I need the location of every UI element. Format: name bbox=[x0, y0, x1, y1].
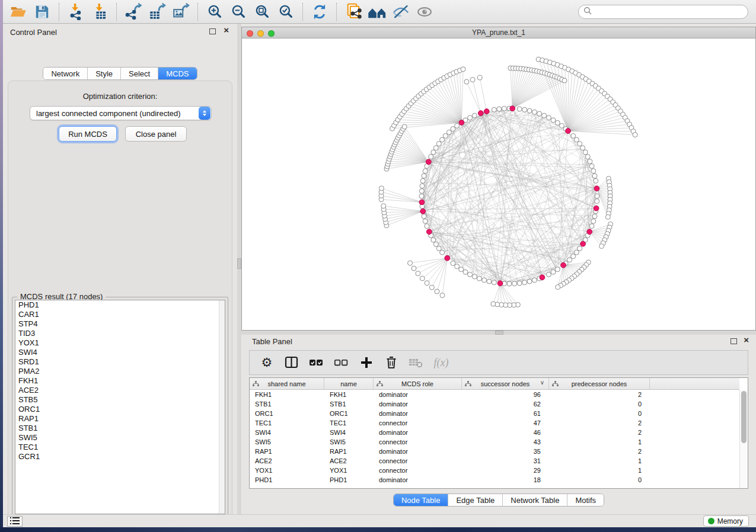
result-node-item[interactable]: SWI4 bbox=[15, 348, 225, 357]
run-mcds-button[interactable]: Run MCDS bbox=[59, 126, 117, 142]
search-network-icon[interactable] bbox=[367, 2, 387, 21]
result-node-item[interactable]: ORC1 bbox=[15, 405, 225, 414]
column-header-shared-name[interactable]: shared name bbox=[250, 378, 324, 390]
tab-mcds[interactable]: MCDS bbox=[158, 68, 196, 79]
tab-edge-table[interactable]: Edge Table bbox=[448, 494, 503, 506]
tab-style[interactable]: Style bbox=[88, 68, 121, 79]
result-node-item[interactable]: PHD1 bbox=[15, 300, 225, 310]
control-panel-title: Control Panel bbox=[10, 28, 57, 37]
result-node-item[interactable]: YOX1 bbox=[15, 338, 225, 348]
close-traffic-light[interactable] bbox=[247, 30, 253, 37]
export-image-icon[interactable] bbox=[171, 2, 191, 21]
memory-button[interactable]: Memory bbox=[703, 515, 749, 527]
zoom-out-icon[interactable] bbox=[228, 2, 248, 21]
tab-network-table[interactable]: Network Table bbox=[503, 494, 567, 506]
vertical-splitter[interactable] bbox=[237, 24, 241, 514]
hide-details-icon[interactable] bbox=[391, 2, 411, 21]
export-network-icon[interactable] bbox=[123, 2, 143, 21]
splitter-grip[interactable] bbox=[495, 331, 503, 335]
network-window-titlebar[interactable]: YPA_prune.txt_1 bbox=[242, 27, 755, 39]
result-node-item[interactable]: FKH1 bbox=[15, 376, 225, 386]
cell-role: connector bbox=[374, 456, 462, 466]
table-scrollbar[interactable] bbox=[739, 390, 748, 488]
table-row[interactable]: PHD1PHD1dominator180 bbox=[250, 475, 739, 485]
network-graph[interactable] bbox=[242, 39, 755, 330]
column-header-MCDS-role[interactable]: MCDS role bbox=[374, 378, 462, 390]
result-node-item[interactable]: STP4 bbox=[15, 319, 225, 329]
search-field[interactable] bbox=[578, 5, 748, 19]
table-row[interactable]: TEC1TEC1connector472 bbox=[250, 418, 739, 428]
float-window-icon[interactable] bbox=[209, 28, 216, 34]
result-node-item[interactable]: ACE2 bbox=[15, 386, 225, 395]
result-node-item[interactable]: STB1 bbox=[15, 424, 225, 433]
delete-column-icon[interactable] bbox=[381, 352, 401, 373]
minimize-traffic-light[interactable] bbox=[257, 30, 264, 37]
result-node-item[interactable]: PMA2 bbox=[15, 367, 225, 376]
table-row[interactable]: ORC1ORC1dominator610 bbox=[250, 409, 739, 418]
column-header-name[interactable]: name bbox=[324, 378, 374, 390]
splitter-grip[interactable] bbox=[237, 258, 241, 269]
table-row[interactable]: YOX1YOX1connector291 bbox=[250, 466, 739, 475]
cell-name: STB1 bbox=[324, 399, 374, 409]
close-icon[interactable]: × bbox=[224, 25, 229, 36]
zoom-selected-icon[interactable] bbox=[276, 2, 296, 21]
table-row[interactable]: FKH1FKH1dominator962 bbox=[250, 390, 739, 399]
close-icon[interactable]: × bbox=[744, 335, 749, 345]
result-node-item[interactable]: SWI5 bbox=[15, 433, 225, 443]
column-label: successor nodes bbox=[481, 380, 530, 387]
optimization-criterion-label: Optimization criterion: bbox=[8, 92, 232, 101]
result-node-item[interactable]: RAP1 bbox=[15, 414, 225, 424]
table-row[interactable]: SWI5SWI5connector431 bbox=[250, 437, 739, 447]
close-panel-button[interactable]: Close panel bbox=[125, 126, 187, 142]
result-list-scrollbar[interactable] bbox=[219, 300, 225, 514]
mcds-result-list[interactable]: PHD1CAR1STP4TID3YOX1SWI4SRD1PMA2FKH1ACE2… bbox=[15, 300, 225, 514]
clear-table-icon[interactable] bbox=[406, 352, 426, 373]
task-history-button[interactable] bbox=[7, 516, 23, 527]
tab-select[interactable]: Select bbox=[121, 68, 158, 79]
optimization-criterion-select[interactable]: largest connected component (undirected) bbox=[30, 106, 212, 120]
result-node-item[interactable]: SRD1 bbox=[15, 357, 225, 367]
network-from-file-icon[interactable] bbox=[343, 2, 363, 21]
show-details-icon[interactable] bbox=[414, 2, 435, 21]
column-label: shared name bbox=[267, 380, 305, 387]
settings-icon[interactable]: ⚙ bbox=[257, 352, 277, 373]
cell-name: SWI5 bbox=[324, 437, 374, 447]
table-row[interactable]: STB1STB1dominator620 bbox=[250, 399, 739, 409]
horizontal-splitter[interactable] bbox=[241, 331, 756, 335]
open-icon[interactable] bbox=[8, 2, 28, 21]
maximize-traffic-light[interactable] bbox=[268, 30, 275, 37]
result-node-item[interactable]: CAR1 bbox=[15, 310, 225, 319]
result-node-item[interactable]: TEC1 bbox=[15, 443, 225, 452]
export-table-icon[interactable] bbox=[147, 2, 167, 21]
refresh-icon[interactable] bbox=[310, 2, 330, 21]
cell-predecessors: 2 bbox=[549, 447, 650, 456]
float-window-icon[interactable] bbox=[731, 338, 737, 344]
toolbar-separator bbox=[197, 3, 198, 21]
table-row[interactable]: ACE2ACE2connector311 bbox=[250, 456, 739, 466]
tab-node-table[interactable]: Node Table bbox=[394, 494, 449, 506]
scrollbar-thumb[interactable] bbox=[741, 391, 747, 443]
unselect-all-icon[interactable] bbox=[331, 352, 352, 373]
result-node-item[interactable]: STB5 bbox=[15, 395, 225, 405]
column-header-predecessor-nodes[interactable]: predecessor nodes bbox=[549, 378, 650, 390]
save-icon[interactable] bbox=[32, 2, 52, 21]
network-canvas[interactable] bbox=[242, 39, 755, 330]
columns-icon[interactable] bbox=[282, 352, 302, 373]
function-builder-icon[interactable]: f(x) bbox=[431, 352, 451, 373]
search-input[interactable] bbox=[592, 6, 748, 18]
cell-successors: 35 bbox=[462, 447, 549, 456]
import-network-icon[interactable] bbox=[66, 2, 86, 21]
import-table-icon[interactable] bbox=[90, 2, 110, 21]
table-row[interactable]: RAP1RAP1dominator352 bbox=[250, 447, 739, 456]
add-column-icon[interactable] bbox=[356, 352, 377, 373]
column-header-successor-nodes[interactable]: successor nodes∨ bbox=[462, 378, 549, 390]
zoom-in-icon[interactable] bbox=[205, 2, 225, 21]
tab-network[interactable]: Network bbox=[43, 68, 88, 79]
table-row[interactable]: SWI4SWI4dominator462 bbox=[250, 428, 739, 437]
select-all-icon[interactable] bbox=[307, 352, 327, 373]
result-node-item[interactable]: TID3 bbox=[15, 329, 225, 338]
result-node-item[interactable]: GCR1 bbox=[15, 452, 225, 462]
zoom-fit-icon[interactable] bbox=[252, 2, 272, 21]
tab-motifs[interactable]: Motifs bbox=[567, 494, 604, 506]
select-stepper-icon bbox=[199, 107, 210, 120]
